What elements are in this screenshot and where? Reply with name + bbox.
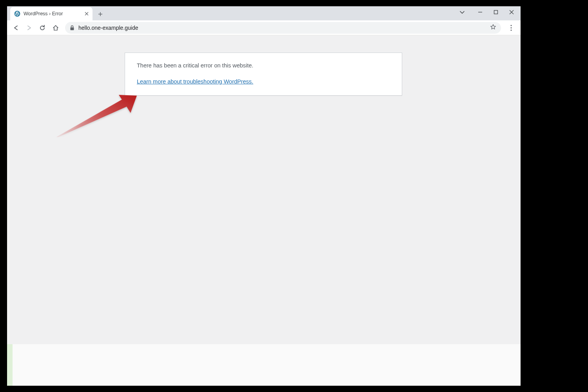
browser-tab[interactable]: WordPress › Error xyxy=(10,7,93,20)
wordpress-error-box: There has been a critical error on this … xyxy=(125,53,402,96)
close-tab-icon[interactable] xyxy=(85,11,89,17)
svg-rect-9 xyxy=(71,27,74,30)
reload-button[interactable] xyxy=(36,22,49,34)
bottom-strip-decoration xyxy=(7,344,521,386)
svg-point-11 xyxy=(510,27,512,28)
address-bar[interactable]: hello.one-example.guide xyxy=(65,22,501,34)
svg-marker-13 xyxy=(56,95,137,137)
browser-window: WordPress › Error hello.one-example.guid… xyxy=(7,6,521,344)
error-message-text: There has been a critical error on this … xyxy=(137,62,390,69)
browser-toolbar: hello.one-example.guide xyxy=(7,20,521,35)
svg-point-12 xyxy=(510,29,512,31)
svg-point-10 xyxy=(510,25,512,26)
home-button[interactable] xyxy=(49,22,62,34)
forward-button[interactable] xyxy=(23,22,35,34)
new-tab-button[interactable] xyxy=(95,9,106,20)
kebab-menu-icon[interactable] xyxy=(504,22,518,34)
tab-strip: WordPress › Error xyxy=(7,6,521,20)
url-text: hello.one-example.guide xyxy=(78,25,486,31)
page-viewport: There has been a critical error on this … xyxy=(7,35,521,344)
tab-title: WordPress › Error xyxy=(24,11,82,16)
learn-more-link[interactable]: Learn more about troubleshooting WordPre… xyxy=(137,78,253,85)
lock-icon xyxy=(70,25,74,31)
bookmark-star-icon[interactable] xyxy=(490,24,496,32)
back-button[interactable] xyxy=(9,22,22,34)
wordpress-favicon-icon xyxy=(14,11,20,17)
